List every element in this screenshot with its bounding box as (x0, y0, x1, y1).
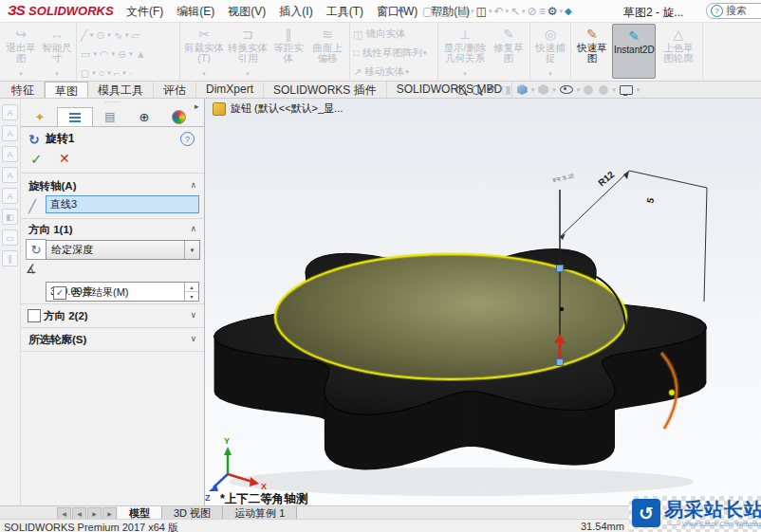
rectangle-tool-icon[interactable]: ▭ (81, 48, 90, 61)
caret-icon[interactable]: ▾ (577, 86, 581, 94)
hatch-icon[interactable]: ∥ (2, 250, 18, 266)
caret-icon[interactable]: ▾ (552, 86, 556, 94)
print-icon[interactable]: ◫ (476, 4, 487, 19)
spline-tool-icon[interactable]: ∿ (114, 29, 122, 42)
quick-snaps-button[interactable]: ◎ 快速捕捉 ▾ (532, 23, 568, 80)
flyout-feature-tree[interactable]: 旋钮 (默认<<默认>_显... (213, 101, 343, 116)
block-icon[interactable]: ◧ (2, 209, 18, 225)
chevron-down-icon[interactable]: ∨ (190, 334, 196, 343)
caret-icon[interactable]: ▾ (559, 8, 563, 15)
caret-icon[interactable]: ▾ (55, 70, 59, 80)
rebuild-icon[interactable]: ◆ (565, 4, 572, 19)
new-file-icon[interactable]: ▢ (422, 4, 433, 19)
slot-tool-icon[interactable]: ◻ (81, 67, 89, 80)
caret-icon[interactable]: ▾ (453, 8, 456, 15)
tab-appearances[interactable] (161, 107, 195, 126)
sketch-vertex-handle[interactable] (557, 266, 564, 272)
select-icon[interactable]: ↖ (510, 4, 520, 19)
tab-features[interactable]: 特征 (2, 82, 45, 98)
mirror-entities-button[interactable]: ◫ 镜向实体 (353, 27, 435, 43)
caret-icon[interactable]: ▾ (471, 8, 474, 15)
polygon-tool-icon[interactable]: ▲ (136, 48, 146, 60)
menu-insert[interactable]: 插入(I) (272, 4, 319, 20)
display-relations-button[interactable]: ⊥ 显示/删除几何关系 ▾ (440, 23, 490, 80)
last-tab-icon[interactable]: ▶ (102, 507, 117, 520)
view-settings-icon[interactable] (620, 85, 633, 95)
search-input[interactable]: 搜索 (726, 4, 747, 18)
caret-icon[interactable]: ▾ (405, 68, 409, 76)
graphics-viewport[interactable]: R12 5 R12 Y X (205, 99, 761, 505)
foreshortened-dimension-text[interactable]: R12 (551, 173, 575, 184)
caret-icon[interactable]: ▾ (90, 31, 94, 39)
chevron-down-icon[interactable]: ∨ (190, 310, 196, 320)
ellipse-tool-icon[interactable]: ⊖ (118, 48, 126, 61)
caret-icon[interactable]: ▾ (202, 70, 206, 80)
panel-flyout-arrow-icon[interactable]: ▸ (195, 101, 199, 111)
chevron-up-icon[interactable]: ∧ (190, 180, 196, 190)
tab-mold-tools[interactable]: 模具工具 (88, 82, 154, 98)
offset-entities-button[interactable]: ∥ 等距实体 (269, 23, 307, 80)
caret-icon[interactable]: ▾ (637, 86, 640, 94)
tab-motion-study[interactable]: 运动算例 1 (223, 506, 297, 520)
surface-finish-icon[interactable]: A (2, 146, 18, 162)
menu-file[interactable]: 文件(F) (120, 4, 170, 20)
tab-configurations[interactable]: ▤ (93, 107, 127, 126)
trim-entities-button[interactable]: ✂ 剪裁实体(T) ▾ (182, 23, 226, 80)
undo-icon[interactable]: ↶ (493, 4, 503, 19)
parallelogram-tool-icon[interactable]: ▱ (132, 29, 139, 42)
caret-icon[interactable]: ▾ (92, 69, 96, 77)
geometric-tolerance-icon[interactable]: A (2, 167, 18, 183)
exit-sketch-button[interactable]: ↪ 退出草图 ▾ (2, 23, 40, 80)
save-icon[interactable]: ▣ (458, 4, 469, 19)
tab-evaluate[interactable]: 评估 (154, 82, 196, 98)
menu-edit[interactable]: 编辑(E) (170, 4, 221, 20)
text-tool-icon[interactable]: · (129, 67, 133, 79)
apply-scene-icon[interactable] (599, 85, 608, 95)
direction2-section-header[interactable]: 方向 2(2) ∨ (21, 308, 204, 323)
axis-section-header[interactable]: 旋转轴(A) ∧ (21, 178, 204, 193)
caret-icon[interactable]: ▾ (612, 86, 616, 94)
instant2d-button[interactable]: ✎ Instant2D (612, 24, 656, 79)
line-tool-icon[interactable]: ╱ (81, 29, 87, 42)
point-tool-icon[interactable]: ○ (99, 67, 105, 79)
caret-icon[interactable]: ▾ (93, 50, 97, 58)
tab-model[interactable]: 模型 (118, 506, 162, 520)
move-entities-button[interactable]: ↗ 移动实体 ▾ (353, 64, 435, 81)
sketch-vertex-handle[interactable] (557, 359, 564, 366)
end-condition-dropdown[interactable]: 给定深度 ▾ (46, 240, 200, 260)
depth-dimension-text[interactable]: 5 (644, 196, 656, 205)
caret-icon[interactable]: ▾ (129, 50, 133, 58)
spin-up-icon[interactable]: ▴ (185, 283, 198, 292)
tab-dimxpert-manager[interactable]: ⊕ (127, 107, 161, 126)
spin-down-icon[interactable]: ▾ (185, 292, 198, 301)
menu-tools[interactable]: 工具(T) (320, 4, 370, 20)
caret-icon[interactable]: ▾ (125, 31, 129, 39)
search-box[interactable]: ? 搜索 (706, 3, 761, 19)
repair-sketch-button[interactable]: ✎ 修复草图 (490, 23, 528, 80)
caret-icon[interactable]: ▾ (435, 8, 438, 15)
convert-entities-button[interactable]: ⊐ 转换实体引用 ▾ (226, 23, 269, 80)
arc-tool-icon[interactable]: ◠ (100, 48, 109, 61)
datum-feature-icon[interactable]: A (2, 188, 18, 204)
axis-selection-field[interactable]: 直线3 (46, 195, 199, 213)
previous-view-icon[interactable]: ↶ (487, 83, 495, 96)
tab-3d-views[interactable]: 3D 视图 (162, 506, 223, 520)
rapid-sketch-button[interactable]: ✎ 快速草图 (573, 23, 611, 80)
open-icon[interactable]: ◳ (440, 4, 451, 19)
circle-tool-icon[interactable]: ⊙ (96, 29, 104, 42)
attach-icon[interactable]: ⊘ (528, 4, 537, 19)
tab-dimxpert[interactable]: DimXpert (196, 82, 264, 98)
ok-button[interactable]: ✓ (30, 151, 43, 168)
sketch-point[interactable] (560, 307, 564, 311)
dimension-line[interactable] (629, 171, 707, 188)
next-tab-icon[interactable]: ▶ (87, 507, 102, 520)
fillet-tool-icon[interactable]: ⌐ (114, 67, 120, 79)
direction2-checkbox[interactable] (28, 309, 41, 322)
caret-icon[interactable]: ▾ (423, 49, 427, 57)
menu-view[interactable]: 视图(V) (221, 4, 272, 20)
caret-icon[interactable]: ▾ (112, 50, 116, 58)
chevron-up-icon[interactable]: ∧ (190, 224, 196, 233)
spin-buttons[interactable]: ▴ ▾ (184, 283, 198, 301)
display-style-icon[interactable] (538, 84, 548, 95)
smart-dimension-button[interactable]: ↔ 智能尺寸 ▾ (40, 23, 74, 80)
